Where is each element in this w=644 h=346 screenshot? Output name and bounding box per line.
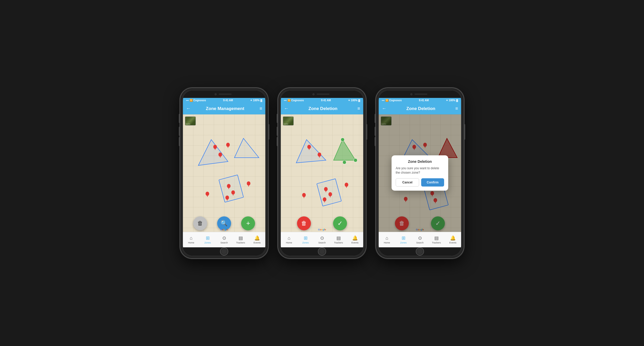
speaker-3 [414,94,427,95]
back-button-1[interactable]: ← [186,106,191,111]
back-button-2[interactable]: ← [284,106,289,111]
confirm-button-3[interactable]: Confirm [421,178,444,187]
dialog-message: Are you sure you want to delete the chos… [396,166,444,175]
battery-icon: ▓ [260,99,262,102]
wifi-icon-3: 🛜 [385,99,388,102]
handle-right[interactable] [354,158,357,162]
search-label-3: Search [416,241,424,244]
signal-icon: ▪▪▪ [186,99,189,102]
menu-button-3[interactable]: ≡ [455,106,458,111]
home-button-3[interactable] [416,247,424,256]
tab-home-2[interactable]: ⌂ Home [281,235,297,244]
tab-zones-2[interactable]: ⊞ Zones [297,235,314,244]
zones-label-2: Zones [302,241,309,244]
time-label: 9:41 AM [223,99,233,102]
battery-icon-3: ▓ [456,99,458,102]
tab-search-3[interactable]: ⊙ Search [412,235,428,244]
map-area-3: Satellite [379,114,461,232]
tab-trackers-2[interactable]: ▤ Trackers [330,235,347,244]
back-button-3[interactable]: ← [382,106,386,111]
trackers-label-3: Trackers [432,241,441,244]
home-icon-1: ⌂ [190,235,193,241]
bluetooth-icon: ✴ [250,99,252,102]
menu-button-1[interactable]: ≡ [259,106,262,111]
home-button-1[interactable] [220,247,228,256]
tab-zones-3[interactable]: ⊞ Zones [395,235,412,244]
home-label-2: Home [286,241,292,244]
tab-home-3[interactable]: ⌂ Home [379,235,395,244]
phone-top-3 [379,91,461,98]
zone-green-triangle[interactable] [334,140,355,160]
events-icon-1: 🔔 [254,235,260,241]
time-label-3: 9:41 AM [419,99,429,102]
tab-search-1[interactable]: ⊙ Search [216,235,232,244]
zones-icon-1: ⊞ [206,235,210,241]
dialog-overlay: Zone Deletion Are you sure you want to d… [379,114,461,232]
carrier-label: Cognosos [193,99,206,102]
delete-button-2[interactable]: 🗑 [297,216,311,230]
signal-icon-2: ▪▪▪ [284,99,287,102]
time-label-2: 9:41 AM [321,99,331,102]
search-icon-1: ⊙ [222,235,226,241]
trackers-icon-1: ▤ [239,235,243,241]
battery-label-2: 100% [351,99,358,102]
zones-icon-2: ⊞ [304,235,308,241]
page-title-2: Zone Deletion [309,106,337,111]
map-svg-1 [183,114,265,232]
events-icon-3: 🔔 [450,235,456,241]
add-button-1[interactable]: + [241,216,255,230]
dialog-buttons: Cancel Confirm [396,178,444,187]
events-label-2: Events [351,241,359,244]
status-bar-1: ▪▪▪ 🛜 Cognosos 9:41 AM ✴ 100% ▓ [183,98,265,103]
menu-button-2[interactable]: ≡ [357,106,360,111]
tab-events-3[interactable]: 🔔 Events [445,235,461,244]
events-label-1: Events [253,241,261,244]
phone-bottom-1 [183,247,265,256]
camera-3 [410,93,412,95]
zones-label-3: Zones [400,241,406,244]
tab-bar-2: ⌂ Home ⊞ Zones ⊙ Search ▤ Trackers 🔔 [281,232,363,247]
tab-trackers-3[interactable]: ▤ Trackers [428,235,445,244]
home-button-2[interactable] [318,247,326,256]
phone-3: ▪▪▪ 🛜 Cognosos 9:41 AM ✴ 100% ▓ ← Zone D… [376,88,464,258]
trackers-icon-3: ▤ [434,235,439,241]
home-icon-2: ⌂ [288,235,291,241]
search-icon-2: ⊙ [320,235,324,241]
tab-home-1[interactable]: ⌂ Home [183,235,199,244]
phone-top-2 [281,91,363,98]
google-watermark-2: Google [318,228,326,231]
handle-top[interactable] [341,138,344,141]
phone-bottom-3 [379,247,461,256]
search-icon-3: ⊙ [418,235,422,241]
zones-icon-3: ⊞ [402,235,405,241]
tab-bar-1: ⌂ Home ⊞ Zones ⊙ Search ▤ Trackers 🔔 [183,232,265,247]
trackers-icon-2: ▤ [336,235,341,241]
tab-trackers-1[interactable]: ▤ Trackers [232,235,249,244]
tab-search-2[interactable]: ⊙ Search [314,235,330,244]
page-title-3: Zone Deletion [406,106,435,111]
confirm-button-2[interactable]: ✓ [333,216,347,230]
tab-bar-3: ⌂ Home ⊞ Zones ⊙ Search ▤ Trackers 🔔 [379,232,461,247]
tab-zones-1[interactable]: ⊞ Zones [199,235,216,244]
search-label-2: Search [318,241,326,244]
cancel-button[interactable]: Cancel [396,178,419,187]
phone-2: ▪▪▪ 🛜 Cognosos 9:41 AM ✴ 100% ▓ ← Zone D… [278,88,366,258]
delete-button-1[interactable]: 🗑 [193,216,207,230]
google-watermark-1: Google [220,228,228,231]
zone-triangle-right[interactable] [234,138,259,158]
zone-rect-2[interactable] [317,179,342,206]
zone-triangle-2[interactable] [296,140,326,163]
map-area-1: Satellite [183,114,265,232]
signal-icon-3: ▪▪▪ [382,99,385,102]
home-label-1: Home [188,241,194,244]
bluetooth-icon-2: ✴ [348,99,350,102]
handle-bottom[interactable] [343,161,346,164]
tab-events-2[interactable]: 🔔 Events [347,235,363,244]
map-svg-2 [281,114,363,232]
app-header-3: ← Zone Deletion ≡ [379,103,461,114]
battery-label-3: 100% [449,99,455,102]
trackers-label-1: Trackers [236,241,245,244]
tab-events-1[interactable]: 🔔 Events [249,235,265,244]
zone-triangle-left[interactable] [198,140,228,165]
zone-rect[interactable] [219,175,244,202]
